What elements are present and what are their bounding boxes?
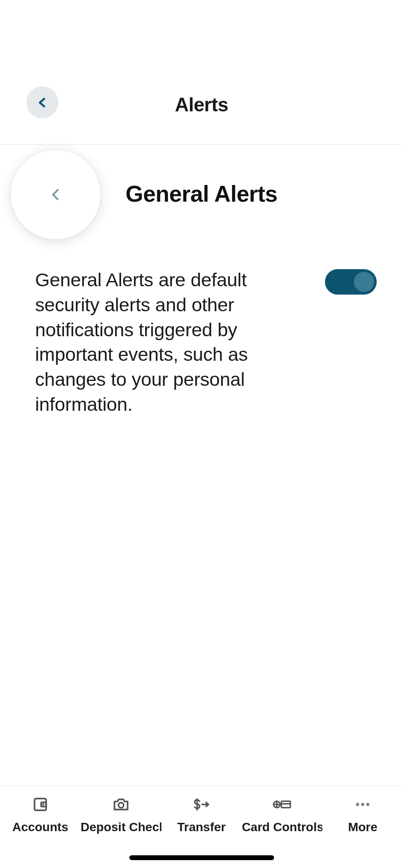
header-bar: Alerts	[0, 0, 403, 145]
camera-icon	[111, 795, 131, 814]
home-indicator[interactable]	[129, 855, 274, 860]
svg-point-11	[361, 803, 364, 806]
page-title: Alerts	[0, 94, 403, 116]
nav-label: Card Controls	[242, 820, 322, 834]
nav-card-controls[interactable]: Card Controls	[242, 795, 322, 834]
nav-deposit-check[interactable]: Deposit Check	[81, 795, 161, 834]
nav-accounts[interactable]: Accounts	[0, 795, 81, 834]
card-control-icon	[272, 795, 292, 814]
more-icon	[353, 795, 372, 814]
section-title: General Alerts	[0, 181, 403, 207]
nav-more[interactable]: More	[322, 795, 403, 834]
content-area: General Alerts are default security aler…	[0, 241, 403, 417]
svg-point-12	[366, 803, 370, 806]
svg-point-10	[356, 803, 360, 806]
nav-label: Accounts	[12, 820, 68, 834]
general-alerts-toggle[interactable]	[325, 269, 377, 295]
nav-label: Transfer	[177, 820, 226, 834]
dollar-arrow-icon	[192, 795, 211, 814]
wallet-icon	[31, 795, 50, 814]
nav-label: Deposit Check	[81, 820, 161, 834]
subheader: General Alerts	[0, 145, 403, 241]
nav-transfer[interactable]: Transfer	[161, 795, 242, 834]
svg-point-3	[118, 803, 124, 808]
toggle-knob	[354, 272, 374, 292]
svg-point-2	[43, 804, 44, 805]
nav-label: More	[348, 820, 378, 834]
alerts-description: General Alerts are default security aler…	[35, 267, 312, 417]
